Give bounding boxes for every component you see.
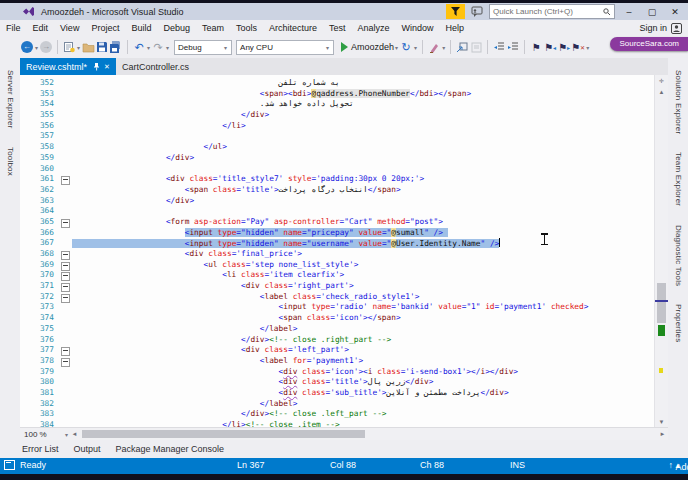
undo-dropdown-icon[interactable]: ▾ <box>147 44 150 51</box>
redo-dropdown-icon[interactable]: ▾ <box>166 44 169 51</box>
code-line-366[interactable]: 366 <input type="hidden" name="pricepay"… <box>20 228 655 239</box>
menu-item-edit[interactable]: Edit <box>27 23 55 33</box>
menu-item-test[interactable]: Test <box>323 23 352 33</box>
code-highlight-dropdown-icon[interactable]: ▾ <box>442 44 445 51</box>
code-line-371[interactable]: 371 <div class='right_part'> <box>20 281 655 292</box>
code-line-380[interactable]: 380 <div class='title'>زرین پال</div> <box>20 377 655 388</box>
decrease-indent-icon[interactable] <box>492 39 506 55</box>
previous-bookmark-icon[interactable]: ⚑◂ <box>543 39 557 55</box>
debug-configuration-select[interactable]: Debug▾ <box>174 40 232 55</box>
code-line-361[interactable]: 361 <div class='title_style7' style='pad… <box>20 174 655 185</box>
scroll-left-icon[interactable]: ◄ <box>69 431 80 437</box>
code-line-354[interactable]: 354 .تحویل داده خواهد شد <box>20 99 655 110</box>
code-line-355[interactable]: 355 </div> <box>20 110 655 121</box>
notification-flag-icon[interactable] <box>446 4 465 19</box>
code-line-352[interactable]: 352 به شماره تلفن <box>20 78 655 89</box>
next-bookmark-icon[interactable]: ⚑▸ <box>557 39 571 55</box>
code-line-364[interactable]: 364 <box>20 206 655 217</box>
left-tab-server-explorer[interactable]: Server Explorer <box>6 70 15 129</box>
document-tab-review-cshtml-[interactable]: Review.cshtml*✕ <box>20 58 116 75</box>
navigate-forward-icon[interactable]: → <box>39 39 53 55</box>
code-line-362[interactable]: 362 <span class='title'>انتخاب درگاه پرد… <box>20 185 655 196</box>
attach-process-icon[interactable] <box>455 39 469 55</box>
navigate-back-dropdown-icon[interactable]: ▾ <box>35 44 38 51</box>
maximize-button[interactable]: ▢ <box>643 5 661 19</box>
panel-tab-output[interactable]: Output <box>74 444 101 454</box>
code-line-376[interactable]: 376 </div><!-- close .right_part --> <box>20 335 655 346</box>
close-button[interactable]: ✕ <box>666 5 684 19</box>
save-all-icon[interactable] <box>109 39 123 55</box>
code-highlight-icon[interactable] <box>427 39 441 55</box>
code-line-383[interactable]: 383 </div><!-- close .left_part --> <box>20 409 655 420</box>
code-line-379[interactable]: 379 <div class='icon'><i class='i-send-b… <box>20 367 655 378</box>
menu-item-tools[interactable]: Tools <box>230 23 263 33</box>
start-debug-dropdown-icon[interactable]: ▾ <box>395 44 398 51</box>
fold-collapse-icon[interactable] <box>59 260 72 271</box>
menu-item-team[interactable]: Team <box>196 23 230 33</box>
minimize-button[interactable]: – <box>620 5 638 19</box>
menu-item-debug[interactable]: Debug <box>157 23 196 33</box>
code-line-372[interactable]: 372 <label class='check_radio_style1'> <box>20 292 655 303</box>
quick-launch-input[interactable]: Quick Launch (Ctrl+Q) <box>489 4 615 19</box>
redo-icon[interactable]: ↷ <box>151 39 165 55</box>
menu-item-build[interactable]: Build <box>125 23 157 33</box>
add-to-source-control-button[interactable]: ↑ Add to Source Control ▴ <box>668 460 680 470</box>
platform-select[interactable]: Any CPU▾ <box>236 40 334 55</box>
panel-tab-package-manager-console[interactable]: Package Manager Console <box>116 444 225 454</box>
code-line-384[interactable]: 384 </li><!-- close .item --> <box>20 420 655 427</box>
code-line-353[interactable]: 353 <span><bdi>@qaddress.PhoneNumber</bd… <box>20 89 655 100</box>
code-line-359[interactable]: 359 </div> <box>20 153 655 164</box>
horizontal-scrollbar-thumb[interactable] <box>82 430 365 438</box>
right-tab-solution-explorer[interactable]: Solution Explorer <box>674 70 683 134</box>
clear-bookmarks-icon[interactable]: ⚑✕ <box>571 39 585 55</box>
scroll-down-icon[interactable]: ▼ <box>655 416 668 427</box>
fold-collapse-icon[interactable] <box>59 217 72 228</box>
new-project-dropdown-icon[interactable]: ▾ <box>77 44 80 51</box>
open-file-icon[interactable] <box>81 39 95 55</box>
left-tab-toolbox[interactable]: Toolbox <box>6 147 15 176</box>
code-line-363[interactable]: 363 </div> <box>20 196 655 207</box>
vertical-scrollbar[interactable]: ✛ ▲ ▼ <box>654 75 668 427</box>
code-line-356[interactable]: 356 </li> <box>20 121 655 132</box>
code-line-360[interactable]: 360 <box>20 164 655 175</box>
code-line-373[interactable]: 373 <input type='radio' name='bankid' va… <box>20 302 655 313</box>
code-line-358[interactable]: 358 </ul> <box>20 142 655 153</box>
code-line-368[interactable]: 368 <div class='final_price'> <box>20 249 655 260</box>
code-line-378[interactable]: 378 <label for='payment1'> <box>20 356 655 367</box>
splitter-handle-icon[interactable]: ✛ <box>655 75 668 86</box>
code-line-377[interactable]: 377 <div class='left_part'> <box>20 345 655 356</box>
new-project-icon[interactable] <box>62 39 76 55</box>
menu-item-help[interactable]: Help <box>440 23 471 33</box>
document-tab-cartcontroller-cs[interactable]: CartController.cs <box>116 58 195 75</box>
sign-in-link[interactable]: Sign in <box>639 23 667 33</box>
menu-item-file[interactable]: File <box>0 23 27 33</box>
code-line-367[interactable]: 367 <input type="hidden" name="username"… <box>20 238 655 249</box>
code-editor[interactable]: 352 به شماره تلفن353 <span><bdi>@qaddres… <box>20 75 668 427</box>
bookmarks-dropdown-icon[interactable]: ▾ <box>586 44 589 51</box>
panel-tab-error-list[interactable]: Error List <box>22 444 59 454</box>
code-line-365[interactable]: 365 <form asp-action="Pay" asp-controlle… <box>20 217 655 228</box>
fold-collapse-icon[interactable] <box>59 356 72 367</box>
fold-collapse-icon[interactable] <box>59 249 72 260</box>
scroll-right-icon[interactable]: ► <box>657 431 668 437</box>
undo-icon[interactable]: ↶ <box>132 39 146 55</box>
menu-item-window[interactable]: Window <box>396 23 440 33</box>
right-tab-properties[interactable]: Properties <box>674 304 683 342</box>
fold-collapse-icon[interactable] <box>59 345 72 356</box>
right-tab-diagnostic-tools[interactable]: Diagnostic Tools <box>674 225 683 286</box>
code-line-370[interactable]: 370 <li class='item clearfix'> <box>20 270 655 281</box>
editor-zoom-select[interactable]: 100 % <box>20 429 64 439</box>
menu-item-project[interactable]: Project <box>85 23 125 33</box>
increase-indent-icon[interactable] <box>506 39 520 55</box>
zoom-dropdown-icon[interactable]: ▾ <box>65 431 68 438</box>
fold-collapse-icon[interactable] <box>59 270 72 281</box>
menu-item-analyze[interactable]: Analyze <box>352 23 396 33</box>
fold-collapse-icon[interactable] <box>59 281 72 292</box>
fold-collapse-icon[interactable] <box>59 174 72 185</box>
feedback-icon[interactable] <box>470 5 484 18</box>
save-icon[interactable] <box>95 39 109 55</box>
menu-item-architecture[interactable]: Architecture <box>263 23 323 33</box>
scroll-up-icon[interactable]: ▲ <box>655 86 668 97</box>
right-tab-team-explorer[interactable]: Team Explorer <box>674 152 683 206</box>
code-line-374[interactable]: 374 <span class='icon'></span> <box>20 313 655 324</box>
